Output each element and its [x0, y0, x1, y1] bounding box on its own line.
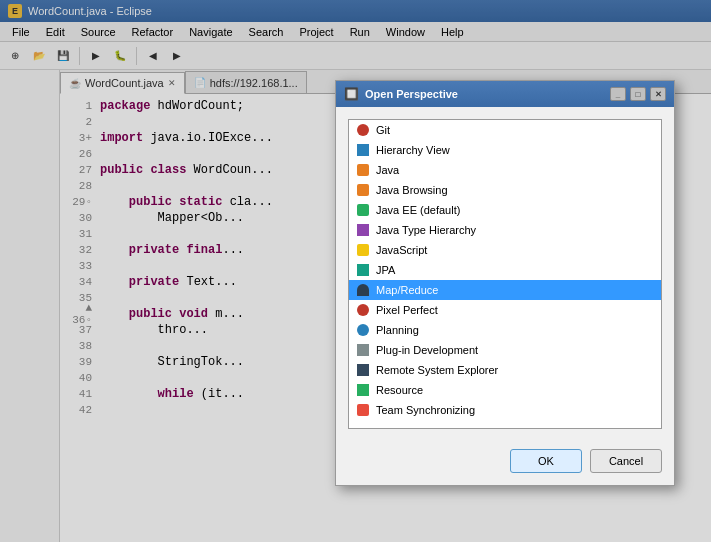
list-label-remote: Remote System Explorer — [376, 364, 498, 376]
list-item-hierarchy-view[interactable]: Hierarchy View — [349, 140, 661, 160]
list-label-plugin-dev: Plug-in Development — [376, 344, 478, 356]
list-item-java-type-hierarchy[interactable]: Java Type Hierarchy — [349, 220, 661, 240]
dialog-title-buttons: _ □ ✕ — [610, 87, 666, 101]
list-item-javascript[interactable]: JavaScript — [349, 240, 661, 260]
list-label-javascript: JavaScript — [376, 244, 427, 256]
list-item-java-ee[interactable]: Java EE (default) — [349, 200, 661, 220]
list-item-plugin-dev[interactable]: Plug-in Development — [349, 340, 661, 360]
list-label-java-type-hierarchy: Java Type Hierarchy — [376, 224, 476, 236]
list-item-team-sync[interactable]: Team Synchronizing — [349, 400, 661, 420]
list-item-planning[interactable]: Planning — [349, 320, 661, 340]
list-label-planning: Planning — [376, 324, 419, 336]
resource-icon — [355, 382, 371, 398]
hierarchy-view-icon — [355, 142, 371, 158]
ok-button[interactable]: OK — [510, 449, 582, 473]
java-browsing-icon — [355, 182, 371, 198]
dialog-titlebar: 🔲 Open Perspective _ □ ✕ — [336, 81, 674, 107]
list-item-git[interactable]: Git — [349, 120, 661, 140]
list-label-git: Git — [376, 124, 390, 136]
list-label-jpa: JPA — [376, 264, 395, 276]
dialog-close-btn[interactable]: ✕ — [650, 87, 666, 101]
dialog-title: Open Perspective — [365, 88, 458, 100]
perspective-listbox[interactable]: Git Hierarchy View Java Ja — [348, 119, 662, 429]
list-label-java: Java — [376, 164, 399, 176]
dialog-maximize-btn[interactable]: □ — [630, 87, 646, 101]
cancel-button[interactable]: Cancel — [590, 449, 662, 473]
java-type-icon — [355, 222, 371, 238]
list-item-pixel-perfect[interactable]: Pixel Perfect — [349, 300, 661, 320]
remote-icon — [355, 362, 371, 378]
list-label-java-browsing: Java Browsing — [376, 184, 448, 196]
open-perspective-dialog: 🔲 Open Perspective _ □ ✕ Git Hierarchy — [335, 80, 675, 486]
list-item-jpa[interactable]: JPA — [349, 260, 661, 280]
dialog-icon: 🔲 — [344, 87, 359, 101]
mapreduce-icon — [355, 282, 371, 298]
java-icon — [355, 162, 371, 178]
dialog-body: Git Hierarchy View Java Ja — [336, 107, 674, 441]
list-item-mapreduce[interactable]: Map/Reduce — [349, 280, 661, 300]
list-label-java-ee: Java EE (default) — [376, 204, 460, 216]
list-label-pixel-perfect: Pixel Perfect — [376, 304, 438, 316]
java-ee-icon — [355, 202, 371, 218]
list-item-resource[interactable]: Resource — [349, 380, 661, 400]
git-icon — [355, 122, 371, 138]
list-item-java[interactable]: Java — [349, 160, 661, 180]
pixel-perfect-icon — [355, 302, 371, 318]
planning-icon — [355, 322, 371, 338]
jpa-icon — [355, 262, 371, 278]
list-label-team-sync: Team Synchronizing — [376, 404, 475, 416]
team-sync-icon — [355, 402, 371, 418]
plugin-dev-icon — [355, 342, 371, 358]
dialog-minimize-btn[interactable]: _ — [610, 87, 626, 101]
list-item-java-browsing[interactable]: Java Browsing — [349, 180, 661, 200]
list-item-remote[interactable]: Remote System Explorer — [349, 360, 661, 380]
list-label-resource: Resource — [376, 384, 423, 396]
list-label-hierarchy-view: Hierarchy View — [376, 144, 450, 156]
dialog-buttons: OK Cancel — [336, 441, 674, 485]
list-label-mapreduce: Map/Reduce — [376, 284, 438, 296]
javascript-icon — [355, 242, 371, 258]
